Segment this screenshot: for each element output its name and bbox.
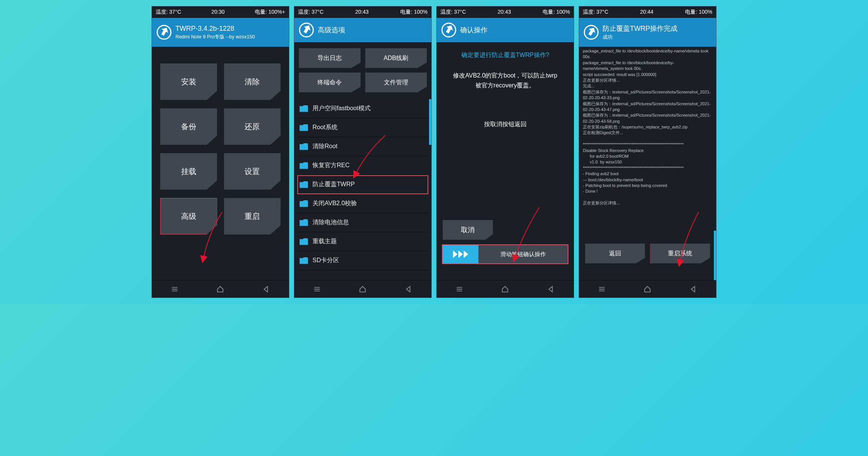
recent-apps-icon[interactable] bbox=[598, 285, 606, 293]
slider-label: 滑动按钮确认操作 bbox=[478, 251, 568, 258]
settings-button[interactable]: 设置 bbox=[224, 153, 281, 190]
list-item-prevent-twrp[interactable]: 防止覆盖TWRP bbox=[297, 175, 428, 194]
advanced-button[interactable]: 高级 bbox=[160, 198, 217, 234]
reboot-system-button[interactable]: 重启系统 bbox=[650, 244, 710, 263]
folder-icon bbox=[300, 162, 308, 169]
recent-apps-icon[interactable] bbox=[455, 285, 464, 293]
swipe-confirm-slider[interactable]: 滑动按钮确认操作 bbox=[443, 245, 568, 263]
list-item-label: 重载主题 bbox=[312, 238, 337, 245]
file-manager-button[interactable]: 文件管理 bbox=[365, 73, 427, 92]
status-battery: 电量: 100% bbox=[543, 9, 570, 16]
status-battery: 电量: 100% bbox=[685, 9, 712, 16]
folder-icon bbox=[300, 200, 308, 207]
header-subtitle: 成功 bbox=[603, 34, 677, 41]
home-icon[interactable] bbox=[643, 285, 652, 293]
twrp-logo-icon bbox=[584, 25, 599, 40]
nav-bar bbox=[579, 280, 716, 298]
status-temp: 温度: 37°C bbox=[583, 9, 608, 16]
home-icon[interactable] bbox=[501, 285, 509, 293]
status-battery: 电量: 100%+ bbox=[255, 9, 285, 16]
status-bar: 温度: 37°C 20:30 电量: 100%+ bbox=[152, 6, 289, 18]
nav-bar bbox=[437, 280, 574, 298]
status-time: 20:44 bbox=[640, 9, 653, 16]
list-item-label: 清除Root bbox=[312, 142, 338, 150]
list-item-label: SD卡分区 bbox=[312, 256, 339, 264]
back-icon[interactable] bbox=[404, 285, 413, 293]
back-icon[interactable] bbox=[262, 285, 270, 293]
copy-log-button[interactable]: 导出日志 bbox=[299, 48, 361, 68]
recent-apps-icon[interactable] bbox=[170, 285, 179, 293]
status-bar: 温度: 37°C 20:44 电量: 100% bbox=[579, 6, 716, 18]
status-temp: 温度: 37°C bbox=[156, 9, 181, 16]
folder-icon bbox=[300, 181, 308, 188]
confirm-desc-1: 修改AVB2.0的官方boot，可以防止twrp bbox=[444, 71, 566, 81]
confirm-desc-2: 被官方recovery覆盖。 bbox=[444, 81, 566, 90]
header: 防止覆盖TWRP操作完成 成功 bbox=[579, 18, 716, 47]
scrollbar[interactable] bbox=[714, 47, 716, 280]
twrp-logo-icon bbox=[156, 25, 172, 40]
nav-bar bbox=[152, 280, 289, 298]
header: 确认操作 bbox=[437, 18, 574, 42]
list-item-label: Root系统 bbox=[312, 124, 338, 131]
list-item-avb2[interactable]: 关闭AVB2.0校验 bbox=[297, 194, 428, 213]
header-title: 高级选项 bbox=[318, 25, 345, 35]
wipe-button[interactable]: 清除 bbox=[224, 63, 281, 100]
list-item-stock-rec[interactable]: 恢复官方REC bbox=[297, 156, 428, 175]
header: TWRP-3.4.2b-1228 Redmi Note 9 Pro专版 --by… bbox=[152, 18, 289, 47]
back-icon[interactable] bbox=[547, 285, 555, 293]
home-icon[interactable] bbox=[216, 285, 224, 293]
list-item-root[interactable]: Root系统 bbox=[297, 118, 428, 137]
folder-icon bbox=[300, 257, 308, 264]
confirm-help: 按取消按钮返回 bbox=[444, 120, 566, 128]
list-item-label: 关闭AVB2.0校验 bbox=[312, 200, 357, 207]
screen-done: 温度: 37°C 20:44 电量: 100% 防止覆盖TWRP操作完成 成功 … bbox=[579, 6, 716, 298]
status-time: 20:30 bbox=[211, 9, 225, 16]
adb-sideload-button[interactable]: ADB线刷 bbox=[365, 48, 427, 68]
status-time: 20:43 bbox=[498, 9, 511, 16]
mount-button[interactable]: 挂载 bbox=[160, 153, 217, 190]
scrollbar[interactable] bbox=[429, 99, 431, 270]
folder-icon bbox=[300, 143, 308, 150]
list-item-unroot[interactable]: 清除Root bbox=[297, 137, 428, 156]
chevron-right-icon bbox=[443, 245, 478, 263]
list-item-fastboot[interactable]: 用户空间fastboot模式 bbox=[297, 99, 428, 118]
twrp-logo-icon bbox=[441, 22, 456, 38]
install-button[interactable]: 安装 bbox=[160, 63, 217, 100]
list-item-sdpart[interactable]: SD卡分区 bbox=[297, 251, 428, 270]
list-item-label: 防止覆盖TWRP bbox=[312, 180, 355, 188]
twrp-logo-icon bbox=[299, 22, 314, 38]
reboot-button[interactable]: 重启 bbox=[224, 198, 281, 234]
status-battery: 电量: 100% bbox=[400, 9, 428, 16]
log-output: package_extract_file to /dev/block/bootd… bbox=[579, 47, 716, 206]
back-button[interactable]: 返回 bbox=[585, 244, 645, 263]
cancel-button[interactable]: 取消 bbox=[443, 220, 493, 240]
list-item-label: 用户空间fastboot模式 bbox=[312, 104, 371, 112]
header-subtitle: Redmi Note 9 Pro专版 --by wzsx150 bbox=[175, 33, 255, 40]
restore-button[interactable]: 还原 bbox=[224, 108, 281, 145]
terminal-button[interactable]: 终端命令 bbox=[299, 73, 361, 92]
backup-button[interactable]: 备份 bbox=[160, 108, 217, 145]
header-title: 确认操作 bbox=[460, 25, 488, 35]
list-item-battery[interactable]: 清除电池信息 bbox=[297, 213, 428, 232]
back-icon[interactable] bbox=[689, 285, 698, 293]
header-title: 防止覆盖TWRP操作完成 bbox=[603, 24, 677, 33]
list-item-theme[interactable]: 重载主题 bbox=[297, 232, 428, 251]
recent-apps-icon[interactable] bbox=[313, 285, 321, 293]
status-temp: 温度: 37°C bbox=[298, 9, 324, 16]
screen-advanced: 温度: 37°C 20:43 电量: 100% 高级选项 导出日志 ADB线刷 … bbox=[294, 6, 432, 298]
nav-bar bbox=[294, 280, 431, 298]
header: 高级选项 bbox=[294, 18, 431, 42]
list-item-label: 清除电池信息 bbox=[312, 218, 349, 226]
status-bar: 温度: 37°C 20:43 电量: 100% bbox=[437, 6, 574, 18]
folder-icon bbox=[300, 238, 308, 245]
screen-confirm: 温度: 37°C 20:43 电量: 100% 确认操作 确定要进行防止覆盖TW… bbox=[436, 6, 574, 298]
home-icon[interactable] bbox=[358, 285, 367, 293]
list-item-label: 恢复官方REC bbox=[312, 162, 350, 169]
confirm-question: 确定要进行防止覆盖TWRP操作? bbox=[444, 51, 566, 59]
screen-home: 温度: 37°C 20:30 电量: 100%+ TWRP-3.4.2b-122… bbox=[152, 6, 289, 298]
folder-icon bbox=[300, 105, 308, 112]
folder-icon bbox=[300, 219, 308, 226]
status-time: 20:43 bbox=[355, 9, 369, 16]
status-bar: 温度: 37°C 20:43 电量: 100% bbox=[294, 6, 431, 18]
status-temp: 温度: 37°C bbox=[440, 9, 466, 16]
